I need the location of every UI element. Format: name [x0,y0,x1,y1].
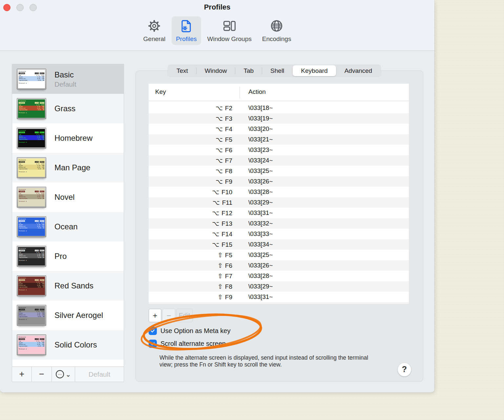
key-mapping-row[interactable]: ⌥F12 \033[31~ [149,208,409,218]
profile-item-man-page[interactable]: Terminal#COMMAND%CPURPRVTtop4.1%231KXcod… [12,153,124,182]
key-mapping-row[interactable]: ⌥F4 \033[20~ [149,124,409,134]
table-header: Key Action [149,84,409,101]
key-mapping-row[interactable]: ⌥F10 \033[28~ [149,187,409,197]
key-mapping-row[interactable]: ⌥F13 \033[32~ [149,218,409,229]
key-name: F15 [221,241,232,248]
key-name: F7 [225,157,232,164]
help-button[interactable]: ? [398,363,411,376]
tab-label: Advanced [345,67,372,74]
tab-label: Tab [243,67,254,74]
key-mapping-row[interactable]: ⌥F14 \033[33~ [149,229,409,239]
profile-thumbnail: Terminal#COMMAND%CPURPRVTtop4.1%231KXcod… [17,334,46,355]
ellipsis-circle-icon: … [56,370,64,378]
profile-thumbnail-screen: Terminal#COMMAND%CPURPRVTtop4.1%231KXcod… [18,247,45,265]
checkbox-checked-icon[interactable] [149,340,157,348]
toolbar-item-label: Profiles [176,36,197,42]
tab-label: Keyboard [301,67,327,74]
profile-item-novel[interactable]: Terminal#COMMAND%CPURPRVTtop4.1%231KXcod… [12,182,124,212]
preferences-toolbar: General Profiles Window Groups Encodings [0,16,434,45]
profile-item-silver-aerogel[interactable]: Terminal#COMMAND%CPURPRVTtop4.1%231KXcod… [12,301,124,330]
add-profile-button[interactable]: + [12,367,32,382]
key-mapping-row[interactable]: ⇧F8 \033[29~ [149,281,409,292]
action-cell: \033[31~ [240,293,273,301]
profile-item-solid-colors[interactable]: Terminal#COMMAND%CPURPRVTtop4.1%231KXcod… [12,330,124,360]
key-mapping-row[interactable]: ⌥F8 \033[25~ [149,166,409,176]
action-cell: \033[28~ [240,188,273,196]
terminal-preferences-window: Profiles General Profiles Window Groups … [0,0,434,392]
profile-item-pro[interactable]: Terminal#COMMAND%CPURPRVTtop4.1%231KXcod… [12,242,124,271]
key-mapping-row[interactable]: ⌥F2 \033[18~ [149,103,409,113]
profile-item-red-sands[interactable]: Terminal#COMMAND%CPURPRVTtop4.1%231KXcod… [12,271,124,301]
partial-row [149,302,409,304]
profile-item-grass[interactable]: Terminal#COMMAND%CPURPRVTtop4.1%231KXcod… [12,94,124,123]
profile-tab-bar: Text Window Tab Shell Keyboard Advanced [168,65,381,77]
profile-text: Homebrew [54,134,93,143]
tab-window[interactable]: Window [197,65,235,76]
key-mapping-row[interactable]: ⌥F9 \033[26~ [149,176,409,187]
titlebar: Profiles General Profiles Window Groups … [0,0,434,51]
tab-tab[interactable]: Tab [235,65,262,76]
profile-name: Pro [54,252,67,261]
key-mapping-row[interactable]: ⇧F7 \033[28~ [149,271,409,281]
key-name: F9 [225,294,232,301]
key-cell: ⌥F15 [149,241,240,248]
profile-thumbnail-screen: Terminal#COMMAND%CPURPRVTtop4.1%231KXcod… [18,277,45,295]
profile-thumbnail-screen: Terminal#COMMAND%CPURPRVTtop4.1%231KXcod… [18,188,45,206]
modifier-glyph: ⌥ [216,115,223,122]
remove-profile-button[interactable]: − [32,367,52,382]
edit-mapping-button[interactable]: Edit [176,309,193,322]
modifier-glyph: ⌥ [216,136,223,143]
action-cell: \033[19~ [240,115,273,122]
remove-mapping-button[interactable]: − [162,309,175,322]
checkbox-use-option-as-meta-key[interactable]: Use Option as Meta key [149,327,230,335]
tab-shell[interactable]: Shell [262,65,292,76]
key-cell: ⇧F9 [149,293,240,301]
set-default-button[interactable]: Default [75,367,124,382]
key-cell: ⇧F5 [149,251,240,259]
key-mapping-row[interactable]: ⌥F11 \033[29~ [149,197,409,208]
profile-name: Grass [54,104,75,113]
modifier-glyph: ⌥ [212,220,219,227]
toolbar-item-encodings[interactable]: Encodings [258,16,296,45]
toolbar-item-general[interactable]: General [139,16,170,45]
column-header-key: Key [155,88,166,95]
action-cell: \033[31~ [240,209,273,217]
key-cell: ⌥F14 [149,230,240,238]
window-title: Profiles [0,3,434,11]
gear-icon [147,19,161,34]
key-mapping-row[interactable]: ⇧F5 \033[25~ [149,250,409,260]
key-cell: ⌥F2 [149,104,240,112]
key-mapping-row[interactable]: ⌥F7 \033[24~ [149,155,409,166]
key-mapping-row[interactable]: ⌥F3 \033[19~ [149,113,409,124]
key-name: F5 [225,136,232,143]
tab-advanced[interactable]: Advanced [336,65,381,76]
modifier-glyph: ⌥ [216,105,223,112]
key-name: F2 [225,105,232,112]
key-name: F12 [221,210,232,217]
tab-text[interactable]: Text [168,65,196,76]
key-mapping-row[interactable]: ⌥F5 \033[21~ [149,134,409,145]
modifier-glyph: ⇧ [218,294,223,301]
add-mapping-button[interactable]: + [149,309,161,322]
tab-keyboard[interactable]: Keyboard [293,65,336,76]
toolbar-item-profiles[interactable]: Profiles [172,16,201,45]
action-cell: \033[18~ [240,104,273,112]
checkbox-scroll-alternate-screen[interactable]: Scroll alternate screen [149,340,230,348]
key-mapping-row[interactable]: ⇧F6 \033[26~ [149,260,409,271]
key-mapping-row[interactable]: ⌥F15 \033[34~ [149,239,409,250]
more-options-button[interactable]: …⌄ [52,367,75,382]
profile-item-homebrew[interactable]: Terminal#COMMAND%CPURPRVTtop4.1%231KXcod… [12,123,124,153]
checkbox-checked-icon[interactable] [149,327,157,335]
profile-thumbnail: Terminal#COMMAND%CPURPRVTtop4.1%231KXcod… [17,275,46,296]
toolbar-item-window-groups[interactable]: Window Groups [203,16,256,45]
key-mapping-row[interactable]: ⌥F6 \033[23~ [149,145,409,155]
profile-item-basic[interactable]: Terminal#COMMAND%CPURPRVTtop4.1%231KXcod… [12,64,124,94]
profile-thumbnail-screen: Terminal#COMMAND%CPURPRVTtop4.1%231KXcod… [18,129,45,147]
modifier-glyph: ⌥ [216,178,223,185]
profile-item-ocean[interactable]: Terminal#COMMAND%CPURPRVTtop4.1%231KXcod… [12,212,124,242]
toolbar-item-label: Encodings [262,36,291,42]
key-name: F3 [225,115,232,122]
key-cell: ⌥F13 [149,220,240,227]
key-mapping-row[interactable]: ⇧F9 \033[31~ [149,292,409,302]
modifier-glyph: ⇧ [218,273,223,280]
